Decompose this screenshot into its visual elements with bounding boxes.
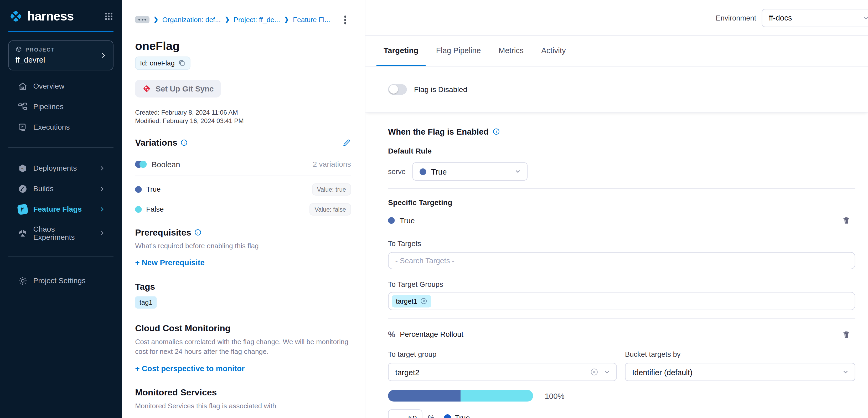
variation-row-false: False Value: false: [135, 202, 351, 222]
to-targets-label: To Targets: [388, 239, 855, 248]
variation-true-dot-icon: [388, 217, 395, 224]
sidebar-item-chaos-experiments[interactable]: Chaos Experiments: [0, 219, 122, 246]
variation-type: Boolean: [152, 160, 180, 169]
remove-chip-icon[interactable]: [420, 298, 427, 305]
clear-selection-icon[interactable]: [590, 368, 598, 376]
to-target-groups-label: To Target Groups: [388, 280, 855, 289]
section-divider: [388, 188, 855, 189]
sidebar: harness PROJECT ff_devrel: [0, 0, 122, 418]
serve-variation-select[interactable]: True: [412, 162, 527, 181]
cost-perspective-link[interactable]: + Cost perspective to monitor: [135, 364, 245, 373]
new-prerequisite-link[interactable]: + New Prerequisite: [135, 258, 205, 267]
prerequisites-heading: Prerequisites: [135, 228, 191, 237]
sidebar-item-executions[interactable]: Executions: [0, 117, 122, 138]
variations-heading: Variations: [135, 138, 177, 148]
rollout-weight-row: % True: [388, 409, 855, 418]
variation-count: 2 variations: [313, 160, 351, 169]
edit-variations-icon[interactable]: [342, 138, 351, 147]
environment-label: Environment: [716, 14, 756, 22]
created-date: Created: February 8, 2024 11:06 AM: [135, 108, 351, 117]
sidebar-item-label: Feature Flags: [33, 205, 82, 213]
sidebar-divider: [8, 147, 114, 148]
builds-icon: [18, 184, 28, 194]
tab-targeting[interactable]: Targeting: [376, 36, 426, 66]
default-rule-label: Default Rule: [388, 147, 855, 155]
sidebar-item-overview[interactable]: Overview: [0, 76, 122, 96]
environment-select[interactable]: ff-docs: [762, 9, 868, 27]
breadcrumb-organization[interactable]: Organization: def...: [162, 16, 221, 24]
feature-flags-icon: [17, 204, 28, 215]
sidebar-item-label: Deployments: [33, 164, 77, 173]
deployments-icon: ∞: [18, 163, 28, 173]
sidebar-item-label: Overview: [33, 82, 64, 90]
sidebar-item-label: Executions: [33, 123, 70, 131]
rollout-percentage-bar-row: 100%: [388, 390, 855, 401]
tab-activity[interactable]: Activity: [534, 36, 573, 66]
sidebar-nav: Overview Pipelines Executions ∞ Deploym: [0, 70, 122, 291]
sidebar-divider: [8, 257, 114, 257]
chevron-right-icon: [99, 230, 105, 236]
variation-true-dot-icon: [420, 168, 426, 175]
rollout-percentage-bar: [388, 390, 533, 401]
gear-icon: [18, 275, 28, 286]
sidebar-item-builds[interactable]: Builds: [0, 178, 122, 199]
search-targets-input[interactable]: [388, 252, 855, 269]
tag-chip[interactable]: tag1: [135, 296, 157, 308]
info-icon[interactable]: [194, 229, 202, 236]
targeting-panel: Environment ff-docs Targeting Flag Pipel…: [366, 0, 868, 418]
rollout-target-group-select[interactable]: target2: [388, 363, 617, 381]
harness-logo[interactable]: harness: [8, 9, 74, 24]
flag-enabled-toggle[interactable]: [388, 84, 407, 94]
delete-targeting-icon[interactable]: [842, 216, 851, 225]
chevron-right-icon: [98, 206, 105, 212]
sidebar-item-label: Pipelines: [33, 102, 63, 111]
tags-heading: Tags: [135, 282, 351, 292]
breadcrumb-collapse-button[interactable]: [135, 16, 150, 23]
modified-date: Modified: February 16, 2024 03:41 PM: [135, 117, 351, 126]
pipelines-icon: [18, 102, 28, 112]
tab-bar: Targeting Flag Pipeline Metrics Activity: [366, 36, 868, 66]
sidebar-item-feature-flags[interactable]: Feature Flags: [0, 199, 122, 219]
bucket-targets-by-select[interactable]: Identifier (default): [625, 363, 856, 381]
module-grid-icon[interactable]: [104, 11, 114, 21]
variation-type-row: Boolean 2 variations: [135, 160, 351, 176]
kebab-menu-icon[interactable]: [341, 14, 349, 25]
cloud-cost-heading: Cloud Cost Monitoring: [135, 324, 351, 334]
weight-percent-input[interactable]: [388, 409, 423, 418]
sidebar-logo-row: harness: [0, 0, 122, 31]
bucket-targets-by-label: Bucket targets by: [625, 350, 856, 359]
rollout-target-group-value: target2: [395, 367, 419, 377]
flag-detail-panel: ❯ Organization: def... ❯ Project: ff_de.…: [122, 0, 366, 418]
monitored-services-heading: Monitored Services: [135, 388, 351, 398]
page-title: oneFlag: [135, 39, 351, 53]
flag-toggle-row: Flag is Disabled: [366, 66, 868, 113]
rollout-config-row: To target group target2 Bucket targets b…: [388, 350, 855, 381]
copy-icon[interactable]: [178, 59, 185, 66]
delete-rollout-icon[interactable]: [842, 330, 851, 339]
variation-false-dot-icon: [135, 206, 142, 212]
set-up-git-sync-button[interactable]: Set Up Git Sync: [135, 80, 221, 97]
prerequisites-description: What's required before enabling this fla…: [135, 241, 351, 251]
breadcrumb: ❯ Organization: def... ❯ Project: ff_de.…: [135, 14, 351, 25]
project-selector[interactable]: PROJECT ff_devrel: [8, 40, 114, 70]
sidebar-item-label: Project Settings: [33, 276, 85, 285]
tab-metrics[interactable]: Metrics: [491, 36, 531, 66]
git-icon: [143, 84, 151, 93]
variation-value-badge: Value: true: [312, 183, 351, 195]
percentage-rollout-header: % Percentage Rollout: [388, 330, 855, 339]
info-icon[interactable]: [493, 128, 500, 135]
sidebar-item-project-settings[interactable]: Project Settings: [0, 270, 122, 291]
sidebar-item-pipelines[interactable]: Pipelines: [0, 96, 122, 117]
chevron-separator: ❯: [284, 16, 289, 23]
project-name: ff_devrel: [16, 56, 106, 64]
breadcrumb-project[interactable]: Project: ff_de...: [234, 16, 280, 24]
tab-flag-pipeline[interactable]: Flag Pipeline: [429, 36, 488, 66]
chevron-down-icon: [842, 368, 849, 376]
sidebar-item-deployments[interactable]: ∞ Deployments: [0, 158, 122, 179]
breadcrumb-feature-flags[interactable]: Feature Fl...: [293, 16, 330, 24]
info-icon[interactable]: [181, 139, 188, 146]
home-icon: [18, 81, 28, 91]
target-groups-input[interactable]: target1: [388, 292, 855, 310]
specific-targeting-heading: Specific Targeting: [388, 198, 855, 207]
variation-name: True: [146, 185, 160, 193]
